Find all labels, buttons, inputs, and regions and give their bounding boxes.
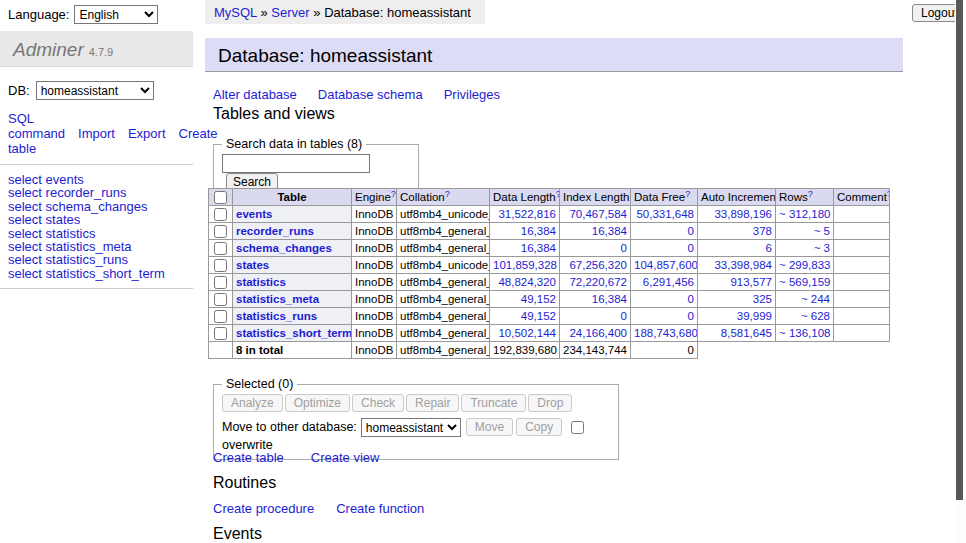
auto-increment-link[interactable]: 6 [766,242,772,254]
sidebar-select-schema_changes[interactable]: select schema_changes [8,200,193,213]
create-procedure-link[interactable]: Create procedure [213,501,314,516]
collation-cell: utf8mb4_unicode_ci [397,206,490,223]
row-checkbox-events[interactable] [214,208,227,221]
rows-link[interactable]: ~ 136,108 [779,327,830,339]
auto-increment-link[interactable]: 378 [753,225,772,237]
auto-increment-link[interactable]: 8,581,645 [721,327,772,339]
create-function-link[interactable]: Create function [336,501,424,516]
data-length-link[interactable]: 49,152 [521,310,556,322]
column-header-data-free: Data Free? [631,189,698,206]
import-link[interactable]: Import [78,126,115,141]
data-length-link[interactable]: 101,859,328 [493,259,557,271]
rows-link[interactable]: ~ 244 [801,293,830,305]
breadcrumb-link-mysql[interactable]: MySQL [214,5,257,20]
data-free-link[interactable]: 104,857,600 [634,259,698,271]
row-checkbox-schema_changes[interactable] [214,242,227,255]
data-length-link[interactable]: 49,152 [521,293,556,305]
total-number-cell: 0 [631,342,698,359]
data-length-link[interactable]: 48,824,320 [498,276,556,288]
data-free-link[interactable]: 0 [688,242,694,254]
data-free-link[interactable]: 0 [688,310,694,322]
row-checkbox-recorder_runs[interactable] [214,225,227,238]
table-link-statistics_short_term[interactable]: statistics_short_term [236,327,352,339]
rows-link[interactable]: ~ 628 [801,310,830,322]
data-free-link[interactable]: 188,743,680 [634,327,698,339]
sidebar-select-recorder_runs[interactable]: select recorder_runs [8,186,193,199]
auto-increment-link[interactable]: 913,577 [730,276,772,288]
help-icon[interactable]: ? [556,189,560,199]
index-length-link[interactable]: 16,384 [592,293,627,305]
alter-database-link[interactable]: Alter database [213,87,297,102]
language-select[interactable]: English [74,5,158,24]
select-all-checkbox[interactable] [214,191,227,204]
help-icon[interactable]: ? [887,189,890,199]
collation-cell: utf8mb4_general_ci [397,274,490,291]
data-free-link[interactable]: 0 [688,293,694,305]
rows-link[interactable]: ~ 312,180 [779,208,830,220]
sql-command-link[interactable]: SQL command [8,111,65,141]
sidebar-select-events[interactable]: select events [8,173,193,186]
rows-link[interactable]: ~ 3 [814,242,830,254]
index-length-link[interactable]: 24,166,400 [569,327,627,339]
database-schema-link[interactable]: Database schema [318,87,423,102]
sidebar-select-statistics_runs[interactable]: select statistics_runs [8,253,193,266]
data-length-link[interactable]: 10,502,144 [498,327,556,339]
index-length-link[interactable]: 0 [621,242,627,254]
rows-link[interactable]: ~ 5 [814,225,830,237]
table-link-schema_changes[interactable]: schema_changes [236,242,332,254]
overwrite-checkbox[interactable] [571,421,584,434]
table-name-cell: statistics [233,274,352,291]
language-label: Language: [8,7,69,22]
help-icon[interactable]: ? [685,189,690,199]
data-length-link[interactable]: 16,384 [521,242,556,254]
scrollbar-thumb[interactable] [956,0,963,500]
repair-button: Repair [406,394,459,412]
row-checkbox-statistics[interactable] [214,276,227,289]
row-checkbox-states[interactable] [214,259,227,272]
sidebar-select-statistics_meta[interactable]: select statistics_meta [8,240,193,253]
row-checkbox-statistics_runs[interactable] [214,310,227,323]
table-link-events[interactable]: events [236,208,272,220]
sidebar-select-statistics_short_term[interactable]: select statistics_short_term [8,267,193,280]
breadcrumb-link-server[interactable]: Server [271,5,309,20]
rows-link[interactable]: ~ 569,159 [779,276,830,288]
table-link-statistics_meta[interactable]: statistics_meta [236,293,319,305]
index-length-link[interactable]: 0 [621,310,627,322]
auto-increment-cell: 6 [698,240,776,257]
create-table-link[interactable]: Create table [213,450,284,465]
sidebar-select-states[interactable]: select states [8,213,193,226]
data-length-link[interactable]: 31,522,816 [498,208,556,220]
auto-increment-link[interactable]: 33,398,984 [714,259,772,271]
help-icon[interactable]: ? [445,189,450,199]
help-icon[interactable]: ? [808,189,813,199]
index-length-link[interactable]: 72,220,672 [569,276,627,288]
rows-link[interactable]: ~ 299,833 [779,259,830,271]
scrollbar[interactable] [955,0,966,543]
index-length-link[interactable]: 70,467,584 [569,208,627,220]
data-free-link[interactable]: 6,291,456 [643,276,694,288]
data-free-link[interactable]: 50,331,648 [636,208,694,220]
privileges-link[interactable]: Privileges [444,87,500,102]
data-free-link[interactable]: 0 [688,225,694,237]
search-input[interactable] [222,154,370,173]
row-checkbox-statistics_short_term[interactable] [214,327,227,340]
db-select[interactable]: homeassistant [36,81,154,100]
index-length-link[interactable]: 16,384 [592,225,627,237]
sidebar-divider [0,164,193,165]
create-view-link[interactable]: Create view [311,450,380,465]
move-db-select[interactable]: homeassistant [361,418,461,437]
export-link[interactable]: Export [128,126,166,141]
table-link-states[interactable]: states [236,259,269,271]
auto-increment-link[interactable]: 325 [753,293,772,305]
table-link-recorder_runs[interactable]: recorder_runs [236,225,314,237]
rows-cell: ~ 136,108 [776,325,834,342]
auto-increment-link[interactable]: 39,999 [737,310,772,322]
table-link-statistics_runs[interactable]: statistics_runs [236,310,317,322]
row-checkbox-statistics_meta[interactable] [214,293,227,306]
table-link-statistics[interactable]: statistics [236,276,286,288]
index-length-link[interactable]: 67,256,320 [569,259,627,271]
sidebar-select-statistics[interactable]: select statistics [8,227,193,240]
data-length-link[interactable]: 16,384 [521,225,556,237]
help-icon[interactable]: ? [391,189,396,199]
auto-increment-link[interactable]: 33,898,196 [714,208,772,220]
